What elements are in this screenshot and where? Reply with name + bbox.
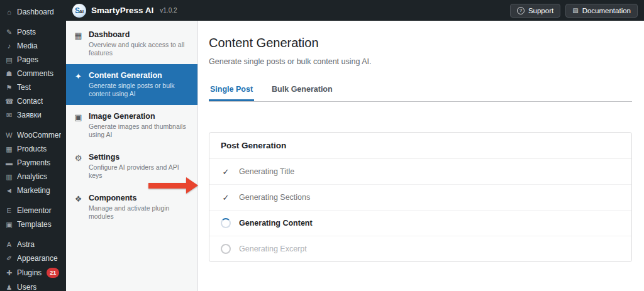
smartypress-logo-icon: S AI — [72, 4, 86, 18]
support-button-label: Support — [528, 7, 553, 14]
pin-icon: ✎ — [5, 28, 13, 36]
plugin-nav-item[interactable]: ▦ Dashboard Overview and quick access to… — [66, 23, 197, 64]
wp-sidebar-item[interactable]: ☗ Comments — [0, 67, 66, 80]
wp-sidebar-item-label: Comments — [17, 69, 53, 78]
step-status-icon — [221, 192, 231, 202]
plugin-nav-item[interactable]: ✦ Content Generation Generate single pos… — [66, 64, 197, 105]
page-subtitle: Generate single posts or bulk content us… — [209, 57, 632, 66]
wp-sidebar-item[interactable]: ▥ Analytics — [0, 170, 66, 184]
wp-admin-sidebar: ⌂ Dashboard ✎ Posts ♪ Media ▤ Pages ☗ Co… — [0, 0, 66, 291]
documentation-button-label: Documentation — [582, 7, 631, 14]
wp-sidebar-item-label: Pages — [17, 55, 38, 64]
analytics-icon: ▥ — [5, 172, 13, 181]
generation-step-row: Generating Title — [209, 159, 631, 185]
wp-sidebar-item-label: Заявки — [17, 111, 42, 119]
wp-sidebar-item[interactable]: ☎ Contact — [0, 94, 66, 108]
wp-sidebar-item[interactable]: ♟ Users — [0, 280, 66, 291]
main-content: Content Generation Generate single posts… — [199, 21, 644, 291]
documentation-button[interactable]: ▤ Documentation — [565, 4, 638, 18]
wp-sidebar-item-label: Payments — [17, 158, 50, 167]
wp-sidebar-item[interactable]: ◄ Marketing — [0, 184, 66, 197]
logo-ai-label: AI — [79, 9, 84, 14]
step-label: Generating Sections — [239, 193, 310, 202]
wp-sidebar-item-label: Templates — [17, 220, 52, 229]
wp-sidebar-item-label: Posts — [17, 28, 36, 36]
pages-icon: ▤ — [5, 55, 13, 64]
plugin-nav: ▦ Dashboard Overview and quick access to… — [66, 21, 198, 291]
step-status-icon — [221, 167, 231, 177]
plugin-nav-item-description: Overview and quick access to all feature… — [89, 41, 190, 57]
wp-sidebar-item[interactable]: A Astra — [0, 238, 66, 251]
astra-icon: A — [5, 240, 13, 249]
post-generation-card: Post Generation Generating Title Generat… — [209, 132, 632, 262]
plugin-nav-item[interactable]: ▣ Image Generation Generate images and t… — [66, 105, 197, 146]
wp-sidebar-item-label: Astra — [17, 240, 35, 249]
dashboard-icon: ⌂ — [5, 8, 13, 16]
wp-sidebar-item[interactable]: ▦ Products — [0, 142, 66, 156]
support-button[interactable]: ? Support — [510, 4, 560, 18]
wp-sidebar-item-label: Marketing — [17, 186, 50, 195]
users-icon: ♟ — [5, 283, 13, 291]
step-label: Generating Title — [239, 167, 294, 176]
count-badge: 21 — [47, 268, 59, 278]
tab[interactable]: Bulk Generation — [270, 85, 334, 101]
plugin-nav-item-title: Settings — [89, 153, 190, 162]
red-arrow-annotation — [148, 177, 198, 194]
tab[interactable]: Single Post — [209, 85, 254, 101]
wp-sidebar-item-label: Test — [17, 83, 31, 92]
card-title: Post Generation — [209, 133, 631, 159]
wp-sidebar-item[interactable]: ✉ Заявки — [0, 108, 66, 122]
wp-sidebar-item[interactable]: ▤ Pages — [0, 53, 66, 67]
test-icon: ⚑ — [5, 83, 13, 92]
wp-sidebar-item[interactable]: ⚑ Test — [0, 80, 66, 94]
step-status-icon — [221, 244, 231, 254]
wp-sidebar-item[interactable]: ✐ Appearance — [0, 251, 66, 265]
wp-sidebar-item-label: WooCommerce — [17, 131, 61, 140]
wp-sidebar-item[interactable]: E Elementor — [0, 204, 66, 217]
image-icon: ▣ — [74, 112, 83, 139]
plugin-nav-item-description: Generate single posts or bulk content us… — [89, 82, 190, 98]
plugin-nav-item-title: Components — [89, 194, 190, 202]
wp-sidebar-item[interactable]: ⌂ Dashboard — [0, 5, 66, 19]
wp-sidebar-item[interactable]: ♪ Media — [0, 39, 66, 53]
arrow-shaft — [148, 183, 186, 189]
grid-icon: ▦ — [74, 30, 83, 57]
wp-sidebar-item[interactable]: ✎ Posts — [0, 25, 66, 39]
wp-sidebar-item[interactable]: ✚ Plugins 21 — [0, 265, 66, 280]
payments-icon: ▬ — [5, 158, 13, 167]
wp-sidebar-item-label: Dashboard — [17, 8, 54, 16]
mail-icon: ✉ — [5, 111, 13, 119]
arrow-head-icon — [186, 177, 198, 194]
app-title: SmartyPress AI — [91, 6, 153, 15]
generation-step-row: Generating Sections — [209, 185, 631, 211]
step-status-icon — [221, 218, 231, 228]
wp-sidebar-item-label: Contact — [17, 97, 43, 106]
plugin-nav-item-text: Components Manage and activate plugin mo… — [89, 194, 190, 221]
question-icon: ? — [517, 7, 525, 14]
wp-sidebar-item-label: Elementor — [17, 206, 52, 215]
media-icon: ♪ — [5, 41, 13, 50]
plugin-nav-item-title: Content Generation — [89, 71, 190, 80]
gear-icon: ⚙ — [74, 153, 83, 180]
wp-sidebar-item[interactable]: W WooCommerce — [0, 128, 66, 142]
plugin-nav-item-title: Image Generation — [89, 112, 190, 121]
appearance-icon: ✐ — [5, 254, 13, 263]
screen: ⌂ Dashboard ✎ Posts ♪ Media ▤ Pages ☗ Co… — [0, 0, 644, 291]
page-title: Content Generation — [209, 36, 632, 50]
wp-sidebar-item-label: Users — [17, 283, 36, 291]
plugin-nav-item-text: Content Generation Generate single posts… — [89, 71, 190, 98]
plugin-nav-item-text: Dashboard Overview and quick access to a… — [89, 30, 190, 57]
products-icon: ▦ — [5, 145, 13, 153]
wp-sidebar-item-label: Appearance — [17, 254, 58, 263]
book-icon: ▤ — [572, 7, 578, 14]
wp-sidebar-item-label: Media — [17, 41, 38, 50]
wp-sidebar-item[interactable]: ▣ Templates — [0, 217, 66, 231]
generation-step-row: Generating Content — [209, 211, 631, 236]
elementor-icon: E — [5, 206, 13, 215]
sparkles-icon: ✦ — [74, 71, 83, 98]
wp-sidebar-item[interactable]: ▬ Payments — [0, 156, 66, 170]
plugin-topbar: S AI SmartyPress AI v1.0.2 ? Support ▤ D… — [66, 0, 644, 21]
plugins-icon: ✚ — [5, 268, 13, 277]
plugin-nav-item-text: Image Generation Generate images and thu… — [89, 112, 190, 139]
generation-steps-list: Generating Title Generating Sections Gen… — [209, 159, 631, 261]
